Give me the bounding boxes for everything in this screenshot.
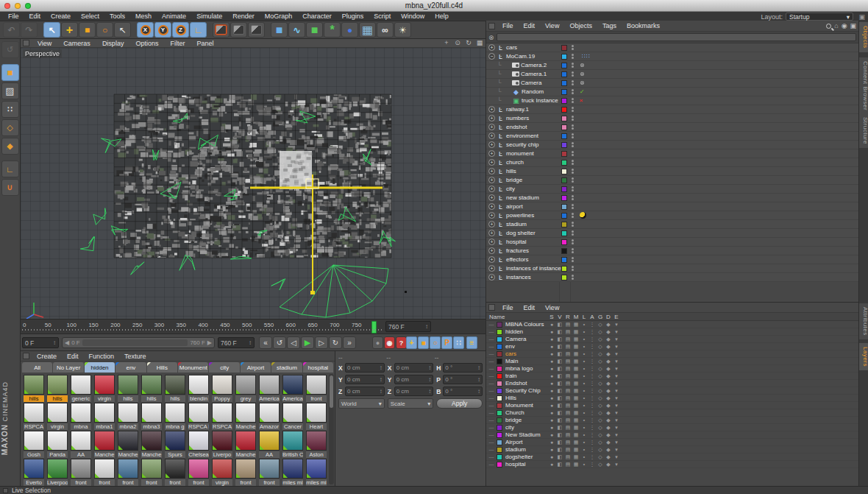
layer-toggle-v[interactable]: ◧ <box>556 358 563 365</box>
visibility-dots[interactable] <box>572 71 574 77</box>
coord-mode-select[interactable]: Scale▾ <box>388 398 434 409</box>
right-tab-structure[interactable]: Structure <box>859 113 868 148</box>
material-item-hills[interactable]: hills <box>46 374 69 402</box>
layer-toggle-a[interactable]: ⋮ <box>588 373 596 380</box>
material-item-manche[interactable]: Manche <box>93 430 116 458</box>
layer-toggle-a[interactable]: ⋮ <box>588 321 596 328</box>
layer-toggle-e[interactable]: ▾ <box>613 439 620 446</box>
layer-toggle-l[interactable]: • <box>580 439 588 446</box>
layer-toggle-g[interactable]: ◇ <box>597 328 604 336</box>
layer-color-chip[interactable] <box>497 417 502 423</box>
layer-toggle-s[interactable]: ● <box>548 395 555 402</box>
layer-toggle-m[interactable]: ▦ <box>572 424 580 431</box>
coord-value-field[interactable]: 0 cm↕ <box>345 363 385 373</box>
expand-icon[interactable]: + <box>488 177 495 183</box>
object-row-church[interactable]: +Ŀ church <box>486 158 858 167</box>
material-tab-env[interactable]: env <box>115 362 146 373</box>
expand-icon[interactable]: + <box>488 124 495 130</box>
material-tab-hospital[interactable]: hospital <box>303 362 333 373</box>
material-tab-airport[interactable]: Airport <box>241 362 271 373</box>
visibility-dots[interactable] <box>572 186 574 191</box>
layer-color-chip[interactable] <box>561 98 567 104</box>
layer-toggle-s[interactable]: ● <box>548 402 555 409</box>
y-axis-lock[interactable]: Y <box>154 22 171 38</box>
material-item-liverpo[interactable]: Liverpo <box>210 430 234 458</box>
layer-toggle-l[interactable]: • <box>580 328 588 336</box>
material-item-amazor[interactable]: Amazor <box>257 402 281 430</box>
layer-toggle-d[interactable]: ◆ <box>605 395 612 402</box>
layer-toggle-l[interactable]: • <box>580 395 588 402</box>
layer-toggle-s[interactable]: ● <box>548 409 555 417</box>
menu-window[interactable]: Window <box>396 13 430 20</box>
material-item-miles-mi[interactable]: miles mi <box>305 458 328 486</box>
layer-toggle-a[interactable]: ⋮ <box>588 417 596 424</box>
timeline-playhead[interactable] <box>371 321 377 334</box>
material-thumbnail[interactable] <box>141 375 162 395</box>
layer-color-chip[interactable] <box>561 275 567 280</box>
stepper-icon[interactable]: ↕ <box>53 339 56 346</box>
layer-toggle-m[interactable]: ▦ <box>572 395 580 402</box>
layer-toggle-l[interactable]: • <box>580 424 588 431</box>
layer-toggle-r[interactable]: ▤ <box>564 454 572 461</box>
material-item-everto[interactable]: Everto <box>22 458 46 486</box>
layer-toggle-l[interactable]: • <box>580 380 588 387</box>
expand-icon[interactable]: + <box>488 44 495 51</box>
stepper-icon[interactable]: ↕ <box>428 364 431 371</box>
stepper-icon[interactable]: ↕ <box>380 388 383 395</box>
material-item-poppy[interactable]: Poppy <box>210 374 234 402</box>
texture-mode[interactable]: ▨ <box>1 82 19 99</box>
range-left-arrow-icon[interactable]: ◀ <box>65 339 69 346</box>
material-tab-monument[interactable]: Monument <box>178 362 208 373</box>
stepper-icon[interactable]: ↕ <box>249 339 252 346</box>
material-thumbnail[interactable] <box>235 459 256 479</box>
layer-row-cars[interactable]: — cars ●◧▤▦•⋮◇◆▾ <box>486 350 858 358</box>
layer-toggle-s[interactable]: ● <box>548 380 555 387</box>
layer-toggle-g[interactable]: ◇ <box>597 373 604 380</box>
point-mode[interactable]: ∷ <box>1 101 19 118</box>
layer-toggle-l[interactable]: • <box>580 417 588 424</box>
layer-toggle-a[interactable]: ⋮ <box>588 439 596 446</box>
layer-row-main[interactable]: — Main ●◧▤▦•⋮◇◆▾ <box>486 358 858 365</box>
visibility-dots[interactable] <box>572 160 574 165</box>
viewport-view-label[interactable]: Perspective <box>23 49 62 58</box>
layer-color-chip[interactable] <box>561 177 567 183</box>
layer-toggle-l[interactable]: • <box>580 373 588 380</box>
material-item-front[interactable]: front <box>163 458 187 486</box>
layer-toggle-s[interactable]: ● <box>548 461 555 468</box>
perspective-viewport[interactable]: ViewCamerasDisplayOptionsFilterPanel +⊙↻… <box>21 39 485 319</box>
material-scrollbar[interactable] <box>329 374 334 484</box>
menu-filter[interactable]: Filter <box>164 40 191 47</box>
material-thumbnail[interactable] <box>235 375 256 395</box>
layer-toggle-v[interactable]: ◧ <box>556 461 563 468</box>
menu-view[interactable]: View <box>540 22 564 29</box>
visibility-dots[interactable] <box>572 239 574 244</box>
expand-icon[interactable]: + <box>488 203 495 210</box>
material-thumbnail[interactable] <box>24 459 44 479</box>
menu-create[interactable]: Create <box>32 353 62 360</box>
layer-toggle-d[interactable]: ◆ <box>605 358 612 365</box>
layer-toggle-g[interactable]: ◇ <box>597 321 604 328</box>
material-thumbnail[interactable] <box>24 375 44 395</box>
layer-toggle-v[interactable]: ◧ <box>556 395 563 402</box>
coord-value-field[interactable]: 0 °↕ <box>443 375 483 384</box>
material-thumbnail[interactable] <box>259 375 280 395</box>
play-button[interactable]: ▶ <box>301 336 314 349</box>
frame-range-slider[interactable]: ◀ 0 F 760 F ▶ <box>62 337 215 348</box>
visibility-dots[interactable] <box>572 204 574 209</box>
object-row-instances[interactable]: +Ŀ instances <box>486 273 858 282</box>
stepper-icon[interactable]: ↕ <box>428 388 431 395</box>
zoom-view-icon[interactable]: ⊙ <box>453 39 462 46</box>
layer-toggle-e[interactable]: ▾ <box>613 350 620 358</box>
visibility-dots[interactable] <box>572 54 574 59</box>
layer-color-chip[interactable] <box>561 195 567 201</box>
layer-toggle-l[interactable]: • <box>580 387 588 395</box>
right-tab-layers[interactable]: Layers <box>859 343 868 370</box>
layer-row-hidden[interactable]: — hidden ●◧▤▦•⋮◇◆▾ <box>486 328 858 336</box>
autokey-toggle[interactable]: ≡ <box>466 336 477 349</box>
object-row-environment[interactable]: +Ŀ environment <box>486 132 858 141</box>
visibility-dots[interactable] <box>572 213 574 218</box>
object-row-monument[interactable]: +Ŀ monument <box>486 149 858 158</box>
visibility-dots[interactable] <box>572 45 574 50</box>
layer-toggle-a[interactable]: ⋮ <box>588 328 596 336</box>
toggle-views-icon[interactable]: ▦ <box>475 39 484 46</box>
